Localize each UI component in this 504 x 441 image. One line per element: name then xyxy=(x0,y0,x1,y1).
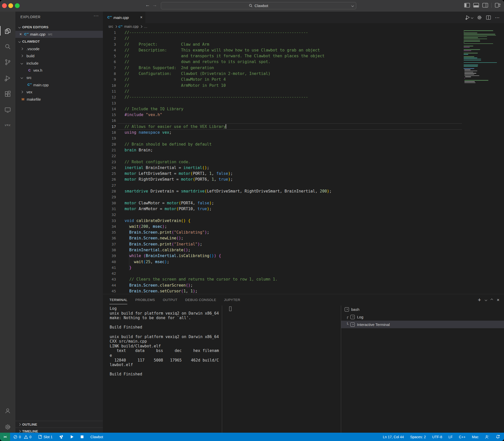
split-editor-icon[interactable] xyxy=(486,15,491,20)
notifications-bell-icon[interactable] xyxy=(496,435,500,439)
line-number[interactable]: 13 xyxy=(103,100,116,106)
code-line[interactable]: 29 xyxy=(103,194,461,200)
code-line[interactable]: 43 // Clears the screen and returns the … xyxy=(103,277,461,282)
line-number[interactable]: 42 xyxy=(103,271,116,277)
extensions-icon[interactable] xyxy=(0,88,15,100)
code-line[interactable]: 23// Robot configuration code. xyxy=(103,159,461,165)
titlebar[interactable]: ← → Clawbot xyxy=(0,0,504,12)
tree-item-vexh[interactable]: Cvex.h xyxy=(15,67,103,74)
line-number[interactable]: 24 xyxy=(103,165,116,171)
breadcrumb-maincpp[interactable]: main.cpp xyxy=(124,24,139,29)
terminal-list-item-log[interactable]: ┌Log xyxy=(341,313,504,321)
editor-settings-gear-icon[interactable] xyxy=(477,15,482,20)
line-number[interactable]: 21 xyxy=(103,147,116,153)
line-number[interactable]: 18 xyxy=(103,130,116,135)
line-number[interactable]: 39 xyxy=(103,253,116,259)
folder-header-clawbot[interactable]: CLAWBOT xyxy=(15,38,103,45)
code-line[interactable]: 20// Brain should be defined by default xyxy=(103,142,461,147)
line-number[interactable]: 31 xyxy=(103,206,116,212)
code-line[interactable]: 9// ClawMotor in Port 4 xyxy=(103,77,461,82)
panel-tab-problems[interactable]: PROBLEMS xyxy=(135,294,155,306)
code-line[interactable]: 6// down and returns to its original spo… xyxy=(103,59,461,65)
code-line[interactable]: 4// Description: This example will show … xyxy=(103,47,461,53)
line-number[interactable]: 40 xyxy=(103,259,116,265)
line-number[interactable]: 6 xyxy=(103,59,116,65)
project-name-status[interactable]: Clawbot xyxy=(90,435,103,439)
code-line[interactable]: 32 xyxy=(103,212,461,218)
code-line[interactable]: 18using namespace vex; xyxy=(103,130,461,135)
code-line[interactable]: 12//------------------------------------… xyxy=(103,94,461,100)
encoding-status[interactable]: UTF-8 xyxy=(432,435,442,439)
settings-gear-icon[interactable] xyxy=(0,421,15,433)
minimap[interactable] xyxy=(462,30,502,294)
line-number[interactable]: 14 xyxy=(103,106,116,112)
customize-layout-icon[interactable] xyxy=(495,3,500,8)
code-line[interactable]: 26motor RightDriveSmart = motor(PORT6, 1… xyxy=(103,177,461,182)
open-editors-header[interactable]: OPEN EDITORS xyxy=(15,23,103,31)
code-line[interactable]: 3// Project: Claw and Arm xyxy=(103,42,461,47)
panel-tab-terminal[interactable]: TERMINAL xyxy=(109,294,127,306)
code-line[interactable]: 34 wait(200, msec); xyxy=(103,224,461,230)
keymap-status[interactable]: Mac xyxy=(472,435,479,439)
code-line[interactable]: 17// Allows for easier use of the VEX Li… xyxy=(103,124,461,130)
code-line[interactable]: 42 xyxy=(103,271,461,277)
close-panel-icon[interactable]: × xyxy=(497,297,499,303)
remote-explorer-icon[interactable] xyxy=(0,104,15,116)
stop-icon[interactable] xyxy=(80,435,84,438)
line-number[interactable]: 15 xyxy=(103,112,116,118)
line-number[interactable]: 43 xyxy=(103,277,116,282)
cursor-position-status[interactable]: Ln 17, Col 44 xyxy=(383,435,404,439)
run-or-debug-button[interactable] xyxy=(465,15,473,20)
line-number[interactable]: 3 xyxy=(103,42,116,47)
code-line[interactable]: 24inertial BrainInertial = inertial(); xyxy=(103,165,461,171)
tree-item-makefile[interactable]: Mmakefile xyxy=(15,96,103,103)
search-icon[interactable] xyxy=(0,40,15,52)
code-line[interactable]: 38 BrainInertial.calibrate(); xyxy=(103,247,461,253)
close-tab-icon[interactable]: × xyxy=(140,15,142,20)
line-number[interactable]: 29 xyxy=(103,194,116,200)
line-number[interactable]: 35 xyxy=(103,230,116,235)
line-number[interactable]: 32 xyxy=(103,212,116,218)
breadcrumb[interactable]: src C++ main.cpp … xyxy=(103,23,504,30)
code-line[interactable]: 40 wait(25, msec); xyxy=(103,259,461,265)
breadcrumb-symbol[interactable]: … xyxy=(144,24,147,29)
line-number[interactable]: 33 xyxy=(103,218,116,224)
maximize-panel-icon[interactable] xyxy=(490,299,493,301)
tree-item-include[interactable]: include xyxy=(15,60,103,67)
panel-tab-debug-console[interactable]: DEBUG CONSOLE xyxy=(185,294,216,306)
code-line[interactable]: 14// Include the IQ Library xyxy=(103,106,461,112)
line-number[interactable]: 2 xyxy=(103,36,116,41)
code-line[interactable]: 35 Brain.Screen.print("Calibrating"); xyxy=(103,230,461,235)
navigate-back-button[interactable]: ← xyxy=(145,2,150,8)
toggle-panel-icon[interactable] xyxy=(473,3,479,8)
navigate-forward-button[interactable]: → xyxy=(152,2,157,8)
indentation-status[interactable]: Spaces: 2 xyxy=(410,435,426,439)
code-line[interactable]: 11// xyxy=(103,89,461,94)
terminal-dropdown-chevron-icon[interactable] xyxy=(485,299,487,301)
sidebar-more-actions-icon[interactable]: ··· xyxy=(94,13,99,18)
code-line[interactable]: 5// and transports it forward. The Clawb… xyxy=(103,53,461,59)
explorer-icon[interactable] xyxy=(0,25,15,37)
code-line[interactable]: 22 xyxy=(103,153,461,159)
line-number[interactable]: 16 xyxy=(103,118,116,124)
line-number[interactable]: 38 xyxy=(103,247,116,253)
line-number[interactable]: 7 xyxy=(103,65,116,71)
tree-item-maincpp[interactable]: C++main.cpp xyxy=(15,81,103,89)
code-line[interactable]: 30motor ClawMotor = motor(PORT4, false); xyxy=(103,200,461,206)
line-number[interactable]: 20 xyxy=(103,142,116,147)
line-number[interactable]: 1 xyxy=(103,30,116,36)
remote-indicator[interactable]: >< xyxy=(0,433,10,441)
line-number[interactable]: 4 xyxy=(103,47,116,53)
play-icon[interactable] xyxy=(70,435,74,439)
code-line[interactable]: 19 xyxy=(103,135,461,141)
close-window-button[interactable] xyxy=(2,3,7,8)
chevron-down-icon[interactable] xyxy=(351,5,354,7)
code-line[interactable]: 21brain Brain; xyxy=(103,147,461,153)
code-line[interactable]: 44 Brain.Screen.clearScreen(); xyxy=(103,283,461,288)
command-center-search[interactable]: Clawbot xyxy=(161,2,356,9)
minimize-window-button[interactable] xyxy=(8,3,13,8)
code-line[interactable]: 45 Brain.Screen.setCursor(1, 1); xyxy=(103,288,461,294)
slot-selector[interactable]: Slot 1 xyxy=(38,435,53,439)
vex-brain-icon[interactable] xyxy=(59,435,64,439)
run-debug-icon[interactable] xyxy=(0,72,15,84)
